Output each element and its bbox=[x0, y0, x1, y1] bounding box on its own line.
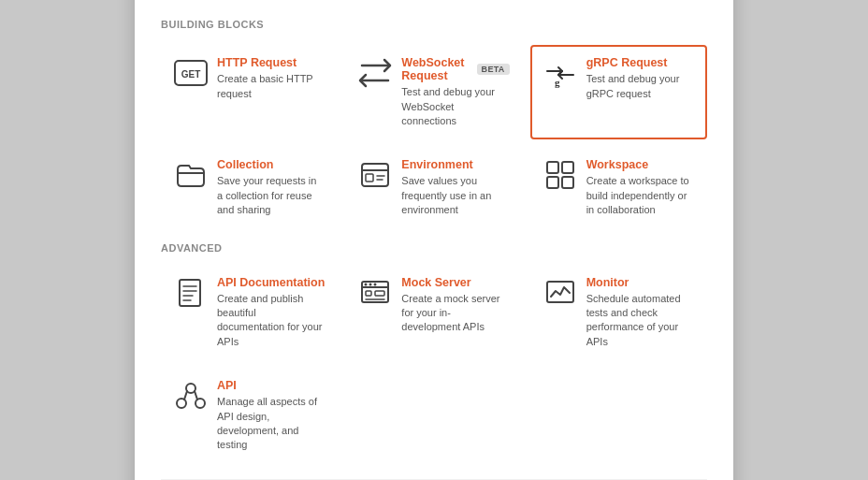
svg-line-36 bbox=[195, 391, 197, 400]
api-card[interactable]: API Manage all aspects of API design, de… bbox=[161, 368, 338, 464]
mock-server-card[interactable]: Mock Server Create a mock server for you… bbox=[345, 265, 522, 361]
api-icon bbox=[174, 379, 208, 413]
svg-text:GET: GET bbox=[181, 69, 201, 80]
collection-card[interactable]: Collection Save your requests in a colle… bbox=[161, 147, 338, 228]
svg-rect-16 bbox=[562, 177, 573, 188]
websocket-desc: Test and debug your WebSocket connection… bbox=[401, 85, 509, 128]
workspace-title: Workspace bbox=[586, 158, 694, 171]
building-blocks-grid: GET HTTP Request Create a basic HTTP req… bbox=[161, 45, 707, 228]
svg-rect-15 bbox=[547, 177, 558, 188]
websocket-request-card[interactable]: WebSocket Request BETA Test and debug yo… bbox=[345, 45, 522, 139]
monitor-card[interactable]: Monitor Schedule automated tests and che… bbox=[530, 265, 707, 361]
websocket-title: WebSocket Request BETA bbox=[401, 56, 509, 82]
workspace-desc: Create a workspace to build independentl… bbox=[586, 174, 694, 217]
grpc-content: gRPC Request Test and debug your gRPC re… bbox=[586, 56, 694, 101]
advanced-grid: API Documentation Create and publish bea… bbox=[161, 265, 707, 464]
svg-rect-13 bbox=[547, 162, 558, 173]
api-title: API bbox=[217, 379, 325, 392]
http-request-desc: Create a basic HTTP request bbox=[217, 72, 325, 101]
svg-rect-28 bbox=[375, 291, 384, 296]
monitor-desc: Schedule automated tests and check perfo… bbox=[586, 292, 694, 350]
workspace-content: Workspace Create a workspace to build in… bbox=[586, 158, 694, 217]
grpc-title: gRPC Request bbox=[586, 56, 694, 69]
workspace-icon bbox=[543, 158, 577, 192]
collection-title: Collection bbox=[217, 158, 325, 171]
mock-server-title: Mock Server bbox=[401, 276, 509, 289]
grpc-desc: Test and debug your gRPC request bbox=[586, 72, 694, 101]
modal-dialog: Create New × Building Blocks GET HTTP Re… bbox=[135, 0, 733, 480]
websocket-content: WebSocket Request BETA Test and debug yo… bbox=[401, 56, 509, 128]
backdrop: Create New × Building Blocks GET HTTP Re… bbox=[0, 0, 868, 480]
monitor-icon bbox=[543, 276, 577, 310]
svg-rect-27 bbox=[366, 291, 371, 296]
api-content: API Manage all aspects of API design, de… bbox=[217, 379, 325, 453]
building-blocks-label: Building Blocks bbox=[161, 19, 707, 30]
api-documentation-icon bbox=[174, 276, 208, 310]
svg-rect-10 bbox=[366, 174, 373, 182]
beta-badge: BETA bbox=[477, 64, 510, 75]
api-documentation-content: API Documentation Create and publish bea… bbox=[217, 276, 325, 350]
mock-server-desc: Create a mock server for your in-develop… bbox=[401, 292, 509, 335]
api-documentation-card[interactable]: API Documentation Create and publish bea… bbox=[161, 265, 338, 361]
environment-card[interactable]: Environment Save values you frequently u… bbox=[345, 147, 522, 228]
svg-rect-14 bbox=[562, 162, 573, 173]
websocket-icon bbox=[358, 56, 392, 90]
environment-content: Environment Save values you frequently u… bbox=[401, 158, 509, 217]
mock-server-icon bbox=[358, 276, 392, 310]
grpc-icon: g bbox=[543, 56, 577, 90]
api-desc: Manage all aspects of API design, develo… bbox=[217, 395, 325, 453]
svg-rect-17 bbox=[180, 280, 200, 306]
svg-text:g: g bbox=[555, 77, 560, 88]
advanced-label: Advanced bbox=[161, 242, 707, 254]
monitor-title: Monitor bbox=[586, 276, 694, 289]
collection-icon bbox=[174, 158, 208, 192]
api-documentation-desc: Create and publish beautiful documentati… bbox=[217, 292, 325, 350]
svg-line-35 bbox=[184, 391, 187, 400]
http-request-title: HTTP Request bbox=[217, 56, 325, 69]
monitor-content: Monitor Schedule automated tests and che… bbox=[586, 276, 694, 350]
environment-title: Environment bbox=[401, 158, 509, 171]
api-documentation-title: API Documentation bbox=[217, 276, 325, 289]
grpc-request-card[interactable]: g gRPC Request Test and debug your gRPC … bbox=[530, 45, 707, 139]
collection-desc: Save your requests in a collection for r… bbox=[217, 174, 325, 217]
http-request-card[interactable]: GET HTTP Request Create a basic HTTP req… bbox=[161, 45, 338, 139]
mock-server-content: Mock Server Create a mock server for you… bbox=[401, 276, 509, 335]
workspace-card[interactable]: Workspace Create a workspace to build in… bbox=[530, 147, 707, 228]
environment-icon bbox=[358, 158, 392, 192]
environment-desc: Save values you frequently use in an env… bbox=[401, 174, 509, 217]
collection-content: Collection Save your requests in a colle… bbox=[217, 158, 325, 217]
http-request-icon: GET bbox=[174, 56, 208, 90]
http-request-content: HTTP Request Create a basic HTTP request bbox=[217, 56, 325, 101]
